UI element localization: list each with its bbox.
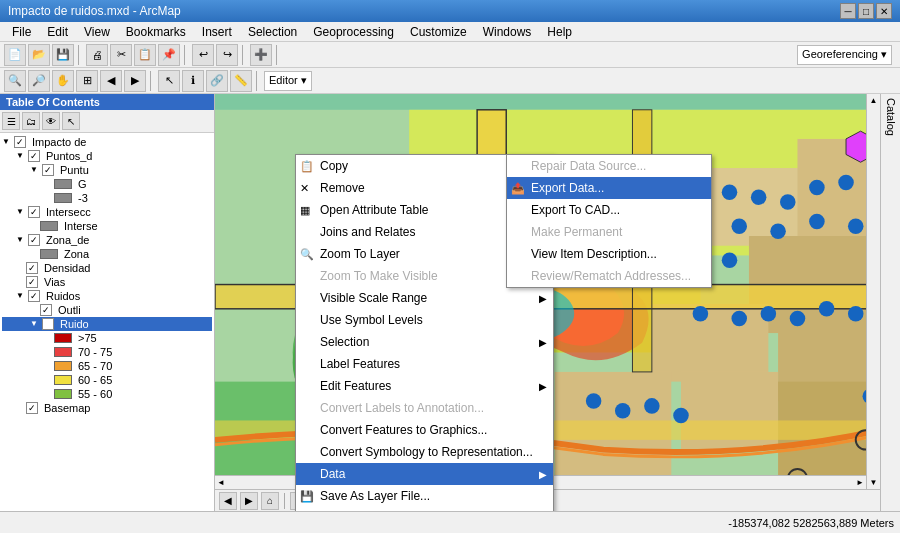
toc-source-view[interactable]: 🗂 (22, 112, 40, 130)
menu-item-customize[interactable]: Customize (402, 23, 475, 41)
toc-expand-icon[interactable]: ▼ (2, 137, 12, 147)
ctx-menu-item[interactable]: Use Symbol Levels (296, 309, 553, 331)
scroll-up[interactable]: ▲ (870, 96, 878, 105)
cut-button[interactable]: ✂ (110, 44, 132, 66)
toc-item[interactable]: ✓Basemap (2, 401, 212, 415)
toc-checkbox[interactable]: ✓ (26, 402, 38, 414)
toc-expand-icon[interactable]: ▼ (30, 319, 40, 329)
toc-expand-icon[interactable]: ▼ (30, 165, 40, 175)
toc-expand-icon[interactable]: ▼ (16, 291, 26, 301)
toc-checkbox[interactable]: ✓ (26, 276, 38, 288)
print-button[interactable]: 🖨 (86, 44, 108, 66)
submenu-item[interactable]: View Item Description... (507, 243, 711, 265)
scroll-left[interactable]: ◄ (217, 478, 225, 487)
toc-expand-icon[interactable]: ▼ (16, 235, 26, 245)
open-button[interactable]: 📂 (28, 44, 50, 66)
ctx-menu-item[interactable]: Label Features (296, 353, 553, 375)
toc-content[interactable]: ▼✓Impacto de▼✓Puntos_d▼✓PuntuG-3▼✓Inters… (0, 133, 214, 506)
menu-item-bookmarks[interactable]: Bookmarks (118, 23, 194, 41)
submenu-item[interactable]: 📤Export Data... (507, 177, 711, 199)
georeferencing-dropdown[interactable]: Georeferencing ▾ (797, 45, 892, 65)
minimize-button[interactable]: ─ (840, 3, 856, 19)
toc-checkbox[interactable]: ✓ (42, 318, 54, 330)
pan-button[interactable]: ✋ (52, 70, 74, 92)
submenu-item[interactable]: Export To CAD... (507, 199, 711, 221)
menu-item-insert[interactable]: Insert (194, 23, 240, 41)
toc-expand-icon[interactable]: ▼ (16, 207, 26, 217)
back-extent-button[interactable]: ◀ (100, 70, 122, 92)
menu-item-windows[interactable]: Windows (475, 23, 540, 41)
editor-dropdown[interactable]: Editor ▾ (264, 71, 312, 91)
redo-button[interactable]: ↪ (216, 44, 238, 66)
toc-item[interactable]: -3 (2, 191, 212, 205)
toc-vis-view[interactable]: 👁 (42, 112, 60, 130)
toc-item[interactable]: Zona (2, 247, 212, 261)
toc-item[interactable]: G (2, 177, 212, 191)
zoom-out-button[interactable]: 🔎 (28, 70, 50, 92)
toc-checkbox[interactable]: ✓ (26, 262, 38, 274)
toc-item[interactable]: ✓Outli (2, 303, 212, 317)
nav-home[interactable]: ⌂ (261, 492, 279, 510)
toc-checkbox[interactable]: ✓ (42, 164, 54, 176)
toc-checkbox[interactable]: ✓ (28, 234, 40, 246)
maximize-button[interactable]: □ (858, 3, 874, 19)
ctx-menu-item[interactable]: Visible Scale Range▶ (296, 287, 553, 309)
menu-item-help[interactable]: Help (539, 23, 580, 41)
toc-item[interactable]: ✓Vias (2, 275, 212, 289)
toc-item[interactable]: 55 - 60 (2, 387, 212, 401)
scroll-down[interactable]: ▼ (870, 478, 878, 487)
toc-item[interactable]: ▼✓Puntu (2, 163, 212, 177)
full-extent-button[interactable]: ⊞ (76, 70, 98, 92)
ctx-menu-item[interactable]: Edit Features▶ (296, 375, 553, 397)
toc-checkbox[interactable]: ✓ (40, 304, 52, 316)
new-button[interactable]: 📄 (4, 44, 26, 66)
select-button[interactable]: ↖ (158, 70, 180, 92)
save-button[interactable]: 💾 (52, 44, 74, 66)
toc-checkbox[interactable]: ✓ (28, 206, 40, 218)
scroll-right[interactable]: ► (856, 478, 864, 487)
map-area[interactable]: 📋Copy✕Remove▦Open Attribute TableJoins a… (215, 94, 880, 511)
measure-button[interactable]: 📏 (230, 70, 252, 92)
map-scrollbar-v[interactable]: ▲ ▼ (866, 94, 880, 489)
copy-button[interactable]: 📋 (134, 44, 156, 66)
toc-list-view[interactable]: ☰ (2, 112, 20, 130)
menu-item-view[interactable]: View (76, 23, 118, 41)
ctx-menu-item[interactable]: 📦Create Layer Package... (296, 507, 553, 511)
toc-item[interactable]: ▼✓Ruidos (2, 289, 212, 303)
toc-item[interactable]: 65 - 70 (2, 359, 212, 373)
paste-button[interactable]: 📌 (158, 44, 180, 66)
add-data-button[interactable]: ➕ (250, 44, 272, 66)
toc-checkbox[interactable]: ✓ (14, 136, 26, 148)
toc-checkbox[interactable]: ✓ (28, 290, 40, 302)
menu-item-selection[interactable]: Selection (240, 23, 305, 41)
toc-item[interactable]: ▼✓Zona_de (2, 233, 212, 247)
menu-item-file[interactable]: File (4, 23, 39, 41)
nav-forward[interactable]: ▶ (240, 492, 258, 510)
zoom-in-button[interactable]: 🔍 (4, 70, 26, 92)
toc-item[interactable]: ▼✓Ruido (2, 317, 212, 331)
toc-item[interactable]: ▼✓Impacto de (2, 135, 212, 149)
close-button[interactable]: ✕ (876, 3, 892, 19)
menu-item-geoprocessing[interactable]: Geoprocessing (305, 23, 402, 41)
toc-item[interactable]: ▼✓Puntos_d (2, 149, 212, 163)
nav-back[interactable]: ◀ (219, 492, 237, 510)
forward-extent-button[interactable]: ▶ (124, 70, 146, 92)
ctx-menu-item[interactable]: Convert Symbology to Representation... (296, 441, 553, 463)
toc-item[interactable]: Interse (2, 219, 212, 233)
identify-button[interactable]: ℹ (182, 70, 204, 92)
undo-button[interactable]: ↩ (192, 44, 214, 66)
toc-item[interactable]: 70 - 75 (2, 345, 212, 359)
ctx-menu-item[interactable]: Data▶ (296, 463, 553, 485)
toc-item[interactable]: >75 (2, 331, 212, 345)
catalog-panel[interactable]: Catalog (880, 94, 900, 511)
ctx-menu-item[interactable]: Selection▶ (296, 331, 553, 353)
ctx-menu-item[interactable]: Convert Features to Graphics... (296, 419, 553, 441)
toc-item[interactable]: ▼✓Intersecc (2, 205, 212, 219)
toc-sel-view[interactable]: ↖ (62, 112, 80, 130)
hyperlink-button[interactable]: 🔗 (206, 70, 228, 92)
ctx-menu-item[interactable]: 💾Save As Layer File... (296, 485, 553, 507)
toc-item[interactable]: 60 - 65 (2, 373, 212, 387)
toc-item[interactable]: ✓Densidad (2, 261, 212, 275)
toc-checkbox[interactable]: ✓ (28, 150, 40, 162)
menu-item-edit[interactable]: Edit (39, 23, 76, 41)
